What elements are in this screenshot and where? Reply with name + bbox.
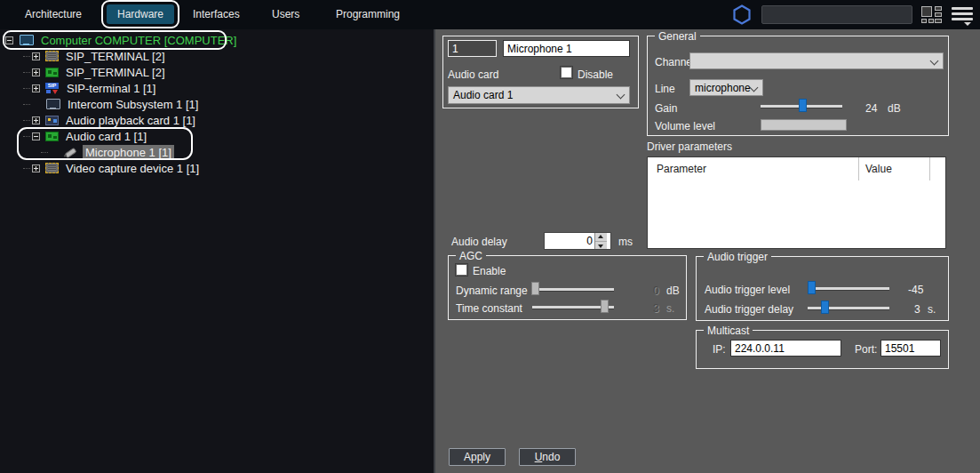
- audio-delay-unit: ms: [618, 236, 633, 248]
- tree-row[interactable]: Video capture device 1 [1]: [0, 160, 434, 176]
- slider-thumb[interactable]: [821, 301, 829, 314]
- tree-item-label[interactable]: Audio playback card 1 [1]: [63, 113, 198, 128]
- multicast-legend: Multicast: [704, 325, 753, 337]
- slider-thumb[interactable]: [531, 282, 539, 295]
- apply-button-label: Apply: [464, 451, 490, 463]
- chip-icon: [45, 51, 59, 61]
- tab-architecture[interactable]: Architecture: [25, 8, 82, 20]
- object-id-field[interactable]: [448, 40, 497, 57]
- driver-parameters-label: Driver parameters: [647, 140, 732, 153]
- time-constant-unit: s.: [666, 302, 674, 315]
- collapse-minus-icon[interactable]: [32, 132, 40, 140]
- dynamic-range-slider[interactable]: [532, 282, 614, 296]
- tree-connector: [23, 56, 30, 57]
- time-constant-label: Time constant: [456, 302, 522, 315]
- search-input[interactable]: [761, 5, 912, 24]
- tree-row[interactable]: SIP_TERMINAL [2]: [0, 64, 434, 80]
- chevron-down-icon: [750, 84, 759, 92]
- audio-delay-input[interactable]: [545, 233, 594, 249]
- undo-button-label: Undo: [520, 451, 575, 463]
- gain-unit: dB: [888, 102, 901, 115]
- agc-group: AGC Enable Dynamic range 0 dB Time const…: [448, 255, 687, 320]
- driver-parameters-table[interactable]: Parameter Value: [647, 156, 946, 249]
- tab-users[interactable]: Users: [272, 8, 299, 20]
- apply-button[interactable]: Apply: [449, 448, 506, 466]
- hexagon-logo-icon: [733, 4, 753, 26]
- tree-item-label[interactable]: SIP-terminal 1 [1]: [64, 81, 158, 96]
- mic-icon: [63, 147, 78, 158]
- audio-trigger-group: Audio trigger Audio trigger level -45 Au…: [696, 256, 949, 321]
- tree-row[interactable]: Intercom Subsystem 1 [1]: [0, 96, 434, 112]
- agc-legend: AGC: [456, 250, 486, 262]
- volume-level-label: Volume level: [655, 120, 715, 132]
- line-label: Line: [655, 83, 675, 95]
- slider-thumb[interactable]: [808, 281, 816, 294]
- tree-item-label[interactable]: Video capture device 1 [1]: [63, 161, 202, 176]
- line-select[interactable]: microphone: [689, 79, 763, 96]
- gain-slider[interactable]: [761, 99, 842, 113]
- tree-row[interactable]: SIP_TERMINAL [2]: [0, 48, 434, 64]
- expand-plus-icon[interactable]: [32, 84, 40, 92]
- topbar-right: [733, 0, 973, 29]
- layout-grid-icon[interactable]: [921, 6, 943, 23]
- spin-up-button[interactable]: [595, 233, 607, 242]
- tree-item-label[interactable]: Microphone 1 [1]: [83, 145, 174, 160]
- tree-item-label[interactable]: SIP_TERMINAL [2]: [63, 65, 168, 80]
- spin-down-button[interactable]: [595, 242, 607, 250]
- tab-programming[interactable]: Programming: [336, 8, 400, 20]
- tree-row[interactable]: Audio playback card 1 [1]: [0, 112, 434, 128]
- audio-trigger-delay-value: 3: [914, 303, 920, 316]
- collapse-minus-icon[interactable]: [5, 36, 13, 44]
- identity-group: Audio card Disable Audio card 1: [442, 36, 639, 108]
- main-area: Computer COMPUTER [COMPUTER]SIP_TERMINAL…: [0, 29, 980, 473]
- slider-thumb[interactable]: [799, 99, 807, 112]
- tree-row[interactable]: Microphone 1 [1]: [0, 144, 434, 160]
- tree-item-label[interactable]: Intercom Subsystem 1 [1]: [65, 97, 201, 112]
- playback-icon: [45, 116, 59, 125]
- menu-icon[interactable]: [952, 5, 973, 25]
- audio-trigger-delay-slider[interactable]: [808, 301, 889, 315]
- tab-hardware[interactable]: Hardware: [107, 4, 174, 24]
- app-window: ArchitectureHardwareInterfacesUsersProgr…: [0, 0, 980, 473]
- expand-plus-icon[interactable]: [32, 116, 40, 124]
- tree-item-label[interactable]: SIP_TERMINAL [2]: [63, 49, 168, 64]
- audio-trigger-level-label: Audio trigger level: [705, 284, 790, 296]
- audio-trigger-level-slider[interactable]: [808, 281, 889, 295]
- time-constant-slider[interactable]: [532, 300, 614, 314]
- tree-row[interactable]: Audio card 1 [1]: [0, 128, 434, 144]
- tab-interfaces[interactable]: Interfaces: [193, 8, 240, 20]
- tree-connector: [23, 168, 30, 169]
- sip-icon: SIP: [45, 83, 60, 94]
- audio-trigger-level-value: -45: [908, 284, 923, 296]
- slider-thumb[interactable]: [601, 300, 609, 313]
- expand-plus-icon[interactable]: [32, 68, 40, 76]
- gain-value: 24: [865, 102, 877, 115]
- general-group: General Channel Line microphone Gain 24 …: [647, 36, 949, 136]
- object-name-field[interactable]: [503, 40, 630, 57]
- tree-row[interactable]: SIPSIP-terminal 1 [1]: [0, 80, 434, 96]
- tree-item-label[interactable]: Audio card 1 [1]: [63, 129, 149, 144]
- channel-select[interactable]: [689, 52, 944, 69]
- multicast-ip-field[interactable]: [730, 340, 841, 357]
- tree-connector: [23, 88, 30, 89]
- tree-item-label[interactable]: Computer COMPUTER [COMPUTER]: [38, 33, 239, 48]
- multicast-group: Multicast IP: Port:: [696, 330, 949, 369]
- card-icon: [45, 68, 59, 77]
- line-select-value: microphone: [695, 82, 751, 94]
- tree-connector: [23, 120, 30, 121]
- tree-connector: [23, 136, 30, 137]
- expand-plus-icon[interactable]: [32, 52, 40, 60]
- column-header-value: Value: [865, 163, 892, 175]
- agc-enable-checkbox[interactable]: [456, 264, 467, 276]
- disable-checkbox[interactable]: [561, 67, 572, 78]
- tree-row[interactable]: Computer COMPUTER [COMPUTER]: [0, 32, 434, 48]
- multicast-port-field[interactable]: [880, 340, 941, 357]
- audio-delay-spinner[interactable]: [544, 232, 611, 250]
- main-tabs: ArchitectureHardwareInterfacesUsersProgr…: [0, 0, 622, 29]
- volume-level-meter: [761, 119, 847, 131]
- expand-plus-icon[interactable]: [32, 164, 40, 172]
- audio-card-select[interactable]: Audio card 1: [448, 86, 630, 104]
- undo-button[interactable]: Undo: [519, 448, 576, 466]
- chevron-down-icon: [930, 57, 939, 66]
- chevron-down-icon: [617, 91, 625, 100]
